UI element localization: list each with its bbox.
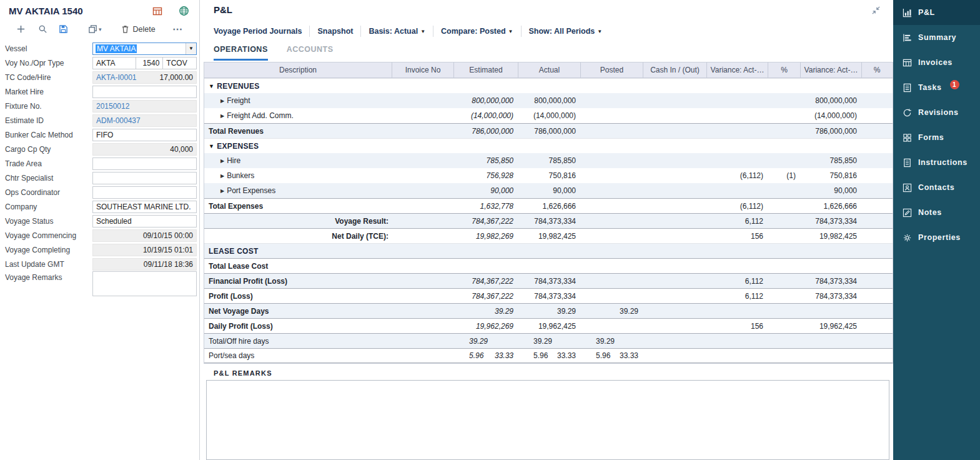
table-grid-icon[interactable]	[152, 6, 162, 16]
table-row-voyage-result[interactable]: Voyage Result:784,367,222784,373,3346,11…	[204, 213, 893, 228]
cell-act: 750,816	[518, 171, 581, 180]
col-cash-in-out[interactable]: Cash In / (Out)	[643, 62, 707, 78]
row-description: Financial Profit (Loss)	[204, 277, 392, 286]
table-row-total-lease-cost[interactable]: Total Lease Cost	[204, 258, 893, 273]
col-estimated[interactable]: Estimated	[454, 62, 518, 78]
estimate-id-link[interactable]: ADM-000437	[96, 116, 141, 125]
pl-header: P&L	[200, 0, 893, 18]
sidebar-item-properties[interactable]: Properties	[893, 225, 980, 250]
expand-icon[interactable]: ▶	[220, 98, 224, 104]
revisions-icon	[903, 108, 912, 118]
sidebar-item-instructions[interactable]: Instructions	[893, 150, 980, 175]
sidebar-item-revisions[interactable]: Revisions	[893, 100, 980, 125]
collapse-panel-icon[interactable]	[871, 6, 881, 18]
company-field[interactable]: SOUTHEAST MARINE LTD.	[92, 201, 197, 213]
voyage-detail-panel: MV AKTAIA 1540 ▾ Delete ⋯ VesselMV AKTAI…	[0, 0, 200, 460]
table-row-expenses[interactable]: ▼EXPENSES	[204, 138, 893, 153]
tab-operations[interactable]: OPERATIONS	[214, 45, 268, 61]
field-label: Voyage Status	[5, 217, 92, 226]
dropdown-caret-icon[interactable]: ▼	[186, 43, 196, 54]
field-label: TC Code/Hire	[5, 73, 92, 82]
sidebar-item-pl[interactable]: P&L	[893, 0, 980, 25]
trade-area-field[interactable]	[92, 158, 197, 170]
col-description[interactable]: Description	[204, 62, 392, 78]
search-icon[interactable]	[38, 24, 47, 34]
chtr-specialist-field[interactable]	[92, 172, 197, 184]
col-invoice-no[interactable]: Invoice No	[392, 62, 454, 78]
pl-remarks-input[interactable]	[206, 380, 889, 460]
pl-table-body: ▼REVENUES▶Freight800,000,000800,000,0008…	[204, 78, 893, 363]
col-variance-2[interactable]: Variance: Act-…	[801, 62, 862, 78]
table-row-total-expenses[interactable]: Total Expenses1,632,7781,626,666(6,112)1…	[204, 198, 893, 213]
table-row-net-daily-tce[interactable]: Net Daily (TCE):19,982,26919,982,4251561…	[204, 228, 893, 243]
more-options-button[interactable]: ⋯	[172, 23, 183, 35]
snapshot-button[interactable]: Snapshot	[310, 26, 361, 37]
col-variance-1[interactable]: Variance: Act-…	[707, 62, 768, 78]
voyage-remarks-field[interactable]	[92, 271, 197, 296]
selected-text: MV AKTAIA	[96, 44, 137, 53]
voyage-status-field[interactable]: Scheduled	[92, 215, 197, 228]
table-row-lease-cost[interactable]: LEASE COST	[204, 243, 893, 258]
cell-est: 756,928	[454, 171, 518, 180]
expand-icon[interactable]: ▶	[220, 173, 224, 179]
show-periods-dropdown[interactable]: Show: All Periods▼	[522, 26, 610, 37]
globe-icon[interactable]	[179, 6, 189, 16]
sidebar-item-invoices[interactable]: Invoices	[893, 50, 980, 75]
table-row-freight-add-comm[interactable]: ▶Freight Add. Comm.(14,000,000)(14,000,0…	[204, 108, 893, 123]
collapse-icon[interactable]: ▼	[209, 83, 214, 89]
table-row-financial-profit-loss[interactable]: Financial Profit (Loss)784,367,222784,37…	[204, 273, 893, 288]
field-cell[interactable]: TCOV	[163, 57, 197, 69]
col-posted[interactable]: Posted	[581, 62, 643, 78]
expand-icon[interactable]: ▶	[220, 113, 224, 119]
sidebar-item-contacts[interactable]: Contacts	[893, 175, 980, 200]
table-row-profit-loss[interactable]: Profit (Loss)784,367,222784,373,3346,112…	[204, 288, 893, 303]
field-row-estimate-id: Estimate IDADM-000437	[5, 113, 197, 128]
table-row-port-expenses[interactable]: ▶Port Expenses90,00090,00090,000	[204, 183, 893, 198]
field-value[interactable]: 17,000.00	[160, 73, 193, 82]
col-pct-1[interactable]: %	[768, 62, 801, 78]
copy-menu-button[interactable]: ▾	[88, 24, 102, 34]
expand-icon[interactable]: ▶	[220, 158, 224, 164]
tab-accounts[interactable]: ACCOUNTS	[287, 45, 334, 61]
row-description: ▶Freight Add. Comm.	[204, 111, 392, 120]
pl-table: Description Invoice No Estimated Actual …	[204, 62, 893, 364]
cell-posted: 39.29	[581, 337, 643, 346]
table-row-daily-profit-loss[interactable]: Daily Profit (Loss)19,962,26919,962,4251…	[204, 318, 893, 333]
add-button[interactable]	[16, 24, 26, 34]
table-row-freight[interactable]: ▶Freight800,000,000800,000,000800,000,00…	[204, 93, 893, 108]
field-row-company: CompanySOUTHEAST MARINE LTD.	[5, 199, 197, 214]
tc-code-hire-link[interactable]: AKTA-I0001	[96, 73, 136, 82]
table-row-total-off-hire-days[interactable]: Total/Off hire days39.2939.2939.29	[204, 333, 893, 348]
sidebar-item-tasks[interactable]: Tasks 1	[893, 75, 980, 100]
voyage-period-journals-button[interactable]: Voyage Period Journals	[214, 26, 310, 37]
col-actual[interactable]: Actual	[518, 62, 581, 78]
sidebar-item-forms[interactable]: Forms	[893, 125, 980, 150]
sidebar-item-summary[interactable]: Summary	[893, 25, 980, 50]
pair-left: 39.29	[596, 337, 615, 346]
cell-act: 39.29	[518, 337, 581, 346]
ops-coordinator-field[interactable]	[92, 186, 197, 199]
cell-est: 786,000,000	[454, 127, 518, 136]
table-row-hire[interactable]: ▶Hire785,850785,850785,850	[204, 153, 893, 168]
vessel-field[interactable]: MV AKTAIA▼	[92, 42, 197, 55]
field-cell[interactable]: 1540	[136, 57, 164, 69]
sidebar-item-notes[interactable]: Notes	[893, 200, 980, 225]
row-description: ▶Freight	[204, 96, 392, 105]
table-row-total-revenues[interactable]: Total Revenues786,000,000786,000,000786,…	[204, 123, 893, 138]
table-row-net-voyage-days[interactable]: Net Voyage Days39.2939.2939.29	[204, 303, 893, 318]
collapse-icon[interactable]: ▼	[209, 143, 214, 149]
col-pct-2[interactable]: %	[862, 62, 892, 78]
fixture-no-link[interactable]: 20150012	[96, 102, 129, 111]
basis-dropdown[interactable]: Basis: Actual▼	[361, 26, 433, 37]
field-cell[interactable]: AKTA	[92, 57, 136, 69]
save-button[interactable]	[59, 24, 68, 34]
compare-dropdown[interactable]: Compare: Posted▼	[433, 26, 521, 37]
pair-left: 5.96	[469, 351, 483, 360]
expand-icon[interactable]: ▶	[220, 188, 224, 194]
table-row-revenues[interactable]: ▼REVENUES	[204, 78, 893, 93]
delete-button[interactable]: Delete	[121, 24, 156, 34]
bunker-calc-method-field[interactable]: FIFO	[92, 129, 197, 141]
table-row-port-sea-days[interactable]: Port/sea days5.9633.335.9633.335.9633.33	[204, 348, 893, 363]
market-hire-field[interactable]	[92, 86, 197, 98]
table-row-bunkers[interactable]: ▶Bunkers756,928750,816(6,112)(1)750,816	[204, 168, 893, 183]
